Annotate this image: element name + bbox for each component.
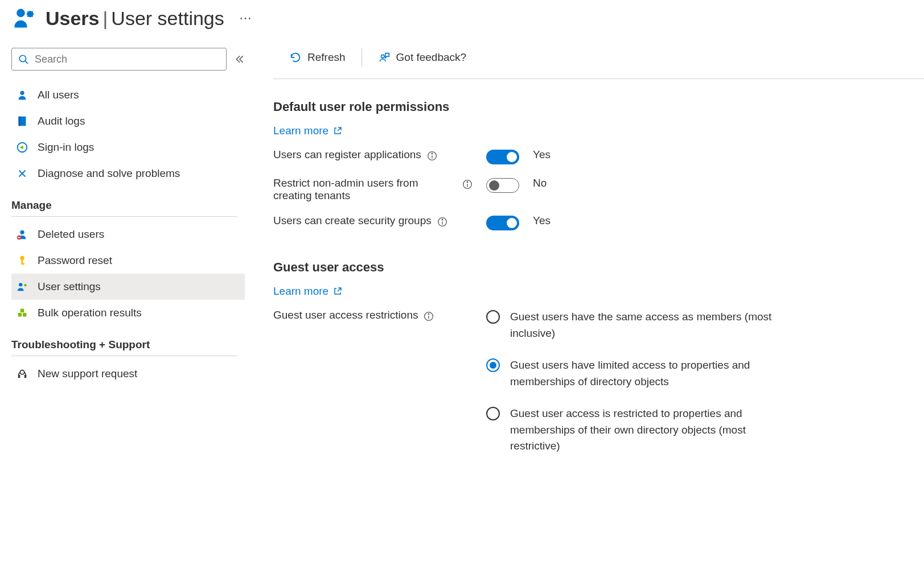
setting-label: Restrict non-admin users from creating t…: [273, 177, 457, 202]
more-icon[interactable]: ⋯: [239, 11, 253, 26]
radio-icon: [486, 407, 500, 420]
svg-rect-6: [19, 117, 20, 126]
svg-point-15: [24, 284, 27, 287]
sidebar-section-troubleshoot: Troubleshooting + Support: [11, 326, 237, 356]
toggle-value: Yes: [533, 214, 551, 227]
setting-register-apps: Users can register applications Yes: [273, 148, 924, 164]
setting-label: Guest user access restrictions: [273, 309, 418, 321]
toggle-value: No: [533, 177, 547, 189]
user-icon: [16, 89, 28, 101]
sidebar-item-password-reset[interactable]: Password reset: [11, 247, 245, 274]
sidebar-item-audit-logs[interactable]: Audit logs: [11, 108, 245, 134]
refresh-icon: [289, 51, 302, 64]
svg-rect-13: [22, 263, 25, 265]
cubes-icon: [16, 307, 28, 319]
book-icon: [16, 115, 28, 127]
users-gear-icon: [11, 6, 36, 31]
external-link-icon: [333, 126, 342, 135]
search-box: [11, 48, 227, 71]
setting-restrict-tenants: Restrict non-admin users from creating t…: [273, 177, 924, 202]
radio-icon: [486, 310, 500, 324]
sidebar-item-label: Audit logs: [38, 115, 85, 127]
page-header: Users|User settings ⋯: [0, 0, 924, 48]
sidebar-item-bulk-results[interactable]: Bulk operation results: [11, 300, 245, 326]
sidebar-item-diagnose[interactable]: Diagnose and solve problems: [11, 160, 245, 187]
svg-rect-16: [18, 313, 22, 316]
svg-rect-18: [20, 309, 24, 312]
sidebar-item-label: Bulk operation results: [38, 307, 142, 319]
sidebar-item-label: Diagnose and solve problems: [38, 167, 180, 180]
setting-security-groups: Users can create security groups Yes: [273, 214, 924, 230]
refresh-button[interactable]: Refresh: [273, 48, 362, 67]
toggle-security-groups[interactable]: [486, 216, 519, 230]
sidebar-item-sign-in-logs[interactable]: Sign-in logs: [11, 134, 245, 160]
sidebar-item-label: New support request: [38, 368, 137, 380]
collapse-sidebar-icon[interactable]: [235, 54, 245, 64]
svg-point-0: [17, 9, 25, 18]
setting-label: Users can create security groups: [273, 214, 432, 227]
sidebar-item-all-users[interactable]: All users: [11, 82, 245, 108]
sidebar-item-user-settings[interactable]: User settings: [11, 274, 245, 300]
sidebar-section-manage: Manage: [11, 187, 237, 217]
svg-point-2: [19, 55, 26, 61]
learn-more-default-perms[interactable]: Learn more: [273, 125, 342, 137]
learn-more-guest[interactable]: Learn more: [273, 285, 342, 298]
radio-label: Guest user access is restricted to prope…: [510, 406, 783, 455]
sidebar-item-label: User settings: [38, 280, 101, 293]
svg-rect-17: [23, 313, 26, 316]
sidebar-item-label: Sign-in logs: [38, 141, 94, 154]
sidebar-item-label: Password reset: [38, 254, 112, 267]
key-icon: [16, 254, 28, 267]
svg-point-26: [467, 181, 468, 183]
svg-rect-10: [18, 237, 20, 238]
svg-point-23: [432, 153, 433, 154]
svg-point-29: [442, 219, 443, 220]
feedback-icon: [378, 51, 391, 64]
search-icon: [18, 54, 28, 64]
guest-radio-restrictive[interactable]: Guest user access is restricted to prope…: [486, 406, 783, 455]
svg-point-19: [20, 370, 24, 374]
svg-point-32: [429, 313, 430, 315]
sidebar-item-deleted-users[interactable]: Deleted users: [11, 221, 245, 247]
toggle-register-apps[interactable]: [486, 150, 519, 164]
toggle-restrict-tenants[interactable]: [486, 178, 519, 193]
svg-line-3: [25, 61, 28, 64]
external-link-icon: [333, 287, 342, 296]
section-default-perms-title: Default user role permissions: [273, 100, 924, 114]
page-title: Users|User settings: [46, 7, 224, 30]
guest-radio-group: Guest users have the same access as memb…: [486, 309, 783, 455]
section-guest-title: Guest user access: [273, 260, 924, 275]
main-content: Refresh Got feedback? Default user role …: [245, 48, 924, 467]
guest-radio-limited[interactable]: Guest users have limited access to prope…: [486, 357, 783, 390]
setting-label: Users can register applications: [273, 148, 421, 161]
info-icon[interactable]: [424, 311, 434, 321]
tools-icon: [16, 167, 28, 180]
info-icon[interactable]: [462, 179, 473, 189]
svg-point-20: [381, 55, 384, 58]
sidebar-item-label: All users: [38, 89, 79, 101]
radio-label: Guest users have the same access as memb…: [510, 309, 783, 341]
support-icon: [16, 368, 28, 380]
signin-icon: [16, 141, 28, 154]
setting-guest-restrictions: Guest user access restrictions Guest use…: [273, 309, 924, 455]
radio-label: Guest users have limited access to prope…: [510, 357, 783, 390]
search-input[interactable]: [11, 48, 227, 71]
guest-radio-inclusive[interactable]: Guest users have the same access as memb…: [486, 309, 783, 341]
svg-point-8: [20, 230, 24, 234]
user-deleted-icon: [16, 228, 28, 241]
info-icon[interactable]: [437, 217, 447, 227]
toolbar: Refresh Got feedback?: [273, 48, 924, 79]
sidebar-item-support-request[interactable]: New support request: [11, 361, 245, 387]
radio-icon: [486, 358, 500, 372]
sidebar-item-label: Deleted users: [38, 228, 104, 241]
svg-point-4: [20, 91, 24, 95]
toggle-value: Yes: [533, 148, 551, 161]
users-gear-small-icon: [16, 280, 28, 293]
sidebar: All users Audit logs Sign-in logs Diagno…: [0, 48, 245, 467]
svg-point-14: [19, 283, 22, 286]
feedback-button[interactable]: Got feedback?: [362, 48, 483, 67]
info-icon[interactable]: [427, 151, 437, 161]
